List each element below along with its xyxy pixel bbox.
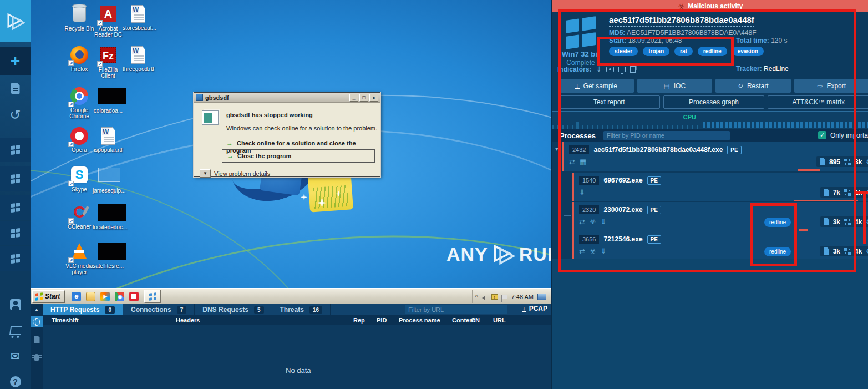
process-name[interactable]: 6967692.exe [603, 176, 642, 184]
registry-count[interactable]: 4k [855, 247, 862, 255]
network-warning-icon[interactable]: ! [491, 294, 498, 300]
history-button[interactable]: ↺ [0, 105, 31, 124]
desktop-icon-storesbeaut[interactable]: storesbeaut... [123, 4, 154, 31]
collapse-tree-caret[interactable]: ▾ [555, 145, 559, 153]
cpu-tab-label[interactable]: CPU [683, 114, 696, 120]
export-button[interactable]: ⇨Export [794, 79, 868, 93]
desktop-icon-jamesequip[interactable]: jamesequip... [93, 165, 124, 194]
registry-count[interactable]: 3k [855, 158, 862, 166]
process-row[interactable]: 1540 6967692.exe PE ⇓ 7k 1k ⚙ [572, 173, 868, 201]
opera-taskbar-icon[interactable] [129, 292, 139, 301]
tag-rat[interactable]: rat [674, 47, 693, 56]
sidebar-item-windows-4[interactable] [0, 221, 31, 245]
sample-filename[interactable]: aec51f7d5f1bb27806b878bdae0a448f [609, 15, 754, 27]
store-button[interactable] [0, 322, 31, 340]
tracker-link[interactable]: RedLine [764, 65, 789, 73]
text-report-button[interactable]: Text report [559, 95, 660, 109]
show-desktop-button[interactable] [537, 294, 546, 300]
cpu-timeline[interactable]: CPU [552, 111, 868, 129]
pcap-download-button[interactable]: ↓ PCAP [522, 305, 547, 312]
sidebar-item-windows-1[interactable] [0, 138, 31, 162]
registry-count[interactable]: 1k [855, 189, 862, 196]
sidebar-item-windows-2[interactable] [0, 166, 31, 191]
tab-http-requests[interactable]: HTTP Requests 0 [43, 304, 123, 315]
only-important-label[interactable]: Only important [830, 132, 868, 139]
network-view-button[interactable] [31, 316, 43, 327]
action-center-flag-icon[interactable] [502, 295, 507, 299]
desktop-icon-threegood[interactable]: threegood.rtf [123, 46, 154, 72]
process-row[interactable]: 2320 2300072.exe PE ⇄ ☣ ⇓ redline 3k 4k … [572, 202, 868, 231]
vm-desktop[interactable]: ANY RUN Recycle Bin A↗Acrobat Reader DC … [31, 0, 551, 288]
sidebar-item-windows-5[interactable] [0, 246, 31, 271]
volume-icon[interactable] [482, 295, 488, 299]
process-row[interactable]: 3656 7212546.exe PE ⇄ ☣ ⇓ redline 3k 4k … [572, 231, 868, 260]
dialog-titlebar[interactable]: gbsdsdf _ □ x [194, 93, 380, 103]
start-button[interactable]: Start [32, 290, 65, 303]
new-task-button[interactable]: + [0, 47, 31, 75]
desktop-icon-chrome[interactable]: ↗Google Chrome [64, 87, 95, 119]
redline-tag[interactable]: redline [764, 218, 791, 227]
view-details-label[interactable]: View problem details [214, 170, 270, 177]
threats-view-button[interactable] [31, 352, 43, 363]
desktop-icon-recycle-bin[interactable]: Recycle Bin [64, 4, 95, 32]
only-important-checkbox[interactable]: ✓ [818, 131, 826, 139]
process-row[interactable]: 2432 aec51f7d5f1bb27806b878bdae0a448f.ex… [562, 142, 868, 171]
processes-graph-button[interactable]: Processes graph [663, 95, 765, 109]
anyrun-logo[interactable] [0, 0, 31, 42]
desktop-icon-filezilla[interactable]: Fz↗FileZilla Client [93, 46, 124, 79]
tasks-button[interactable] [0, 79, 31, 98]
tag-trojan[interactable]: trojan [643, 47, 669, 56]
minimize-button[interactable]: _ [349, 94, 358, 102]
url-filter-input[interactable] [405, 305, 507, 314]
collapse-panel-button[interactable]: ▲ [31, 304, 43, 315]
process-filter-input[interactable] [603, 131, 730, 140]
help-button[interactable]: ? [0, 373, 31, 389]
process-name[interactable]: 7212546.exe [603, 235, 642, 243]
desktop-icon-locatededoc[interactable]: locatededoc... [93, 203, 124, 230]
registry-count[interactable]: 4k [855, 218, 862, 226]
files-count[interactable]: 895 [829, 158, 840, 166]
maximize-button[interactable]: □ [359, 94, 368, 102]
tag-stealer[interactable]: stealer [609, 47, 638, 56]
ioc-button[interactable]: ▤IOC [637, 79, 713, 93]
tray-expand-icon[interactable]: ^ [475, 294, 478, 300]
process-name[interactable]: aec51f7d5f1bb27806b878bdae0a448f.exe [593, 146, 723, 154]
files-count[interactable]: 3k [833, 218, 840, 226]
get-sample-button[interactable]: ↓Get sample [559, 79, 634, 93]
activity-underline [794, 200, 858, 201]
attck-matrix-button[interactable]: ATT&CK™ matrix [768, 95, 868, 109]
desktop-icon-ispopular[interactable]: ispopular.rtf [93, 127, 124, 153]
restart-button[interactable]: ↻Restart [715, 79, 791, 93]
folder-icon[interactable] [86, 292, 95, 301]
tab-dns-requests[interactable]: DNS Requests 5 [195, 304, 272, 315]
profile-button[interactable] [0, 296, 31, 314]
desktop-icon-vlc[interactable]: ↗VLC media player [64, 242, 95, 275]
tag-redline[interactable]: redline [698, 47, 727, 56]
redline-tag[interactable]: redline [764, 247, 791, 256]
process-name[interactable]: 2300072.exe [603, 206, 642, 214]
export-icon: ⇨ [817, 82, 823, 90]
desktop-icon-firefox[interactable]: ↗Firefox [64, 46, 95, 72]
sidebar-item-windows-3[interactable] [0, 195, 31, 220]
desktop-icon-opera[interactable]: ↗Opera [64, 127, 95, 153]
mail-button[interactable]: ✉ [0, 347, 31, 365]
ie-icon[interactable]: e [72, 292, 81, 301]
active-task-button[interactable] [144, 290, 161, 303]
details-expand-button[interactable]: ▼ [200, 169, 211, 178]
media-player-icon[interactable]: ▶ [100, 292, 110, 301]
files-count[interactable]: 7k [833, 189, 840, 196]
tab-connections[interactable]: Connections 7 [123, 304, 195, 315]
files-view-button[interactable] [31, 334, 43, 345]
close-button[interactable]: x [369, 94, 378, 102]
close-program-option[interactable]: →Close the program [222, 149, 375, 163]
clock[interactable]: 7:48 AM [511, 294, 534, 300]
desktop-icon-acrobat[interactable]: A↗Acrobat Reader DC [93, 4, 124, 38]
chrome-taskbar-icon[interactable] [115, 292, 124, 301]
tag-evasion[interactable]: evasion [732, 47, 764, 56]
desktop-icon-ccleaner[interactable]: C↗CCleaner [64, 203, 95, 230]
desktop-icon-satellitesre[interactable]: satellitesre... [93, 242, 124, 269]
desktop-icon-coloradoa[interactable]: coloradoa... [93, 87, 124, 114]
desktop-icon-skype[interactable]: S↗Skype [64, 165, 95, 193]
tab-threats[interactable]: Threats 16 [272, 304, 331, 315]
files-count[interactable]: 3k [833, 247, 840, 255]
